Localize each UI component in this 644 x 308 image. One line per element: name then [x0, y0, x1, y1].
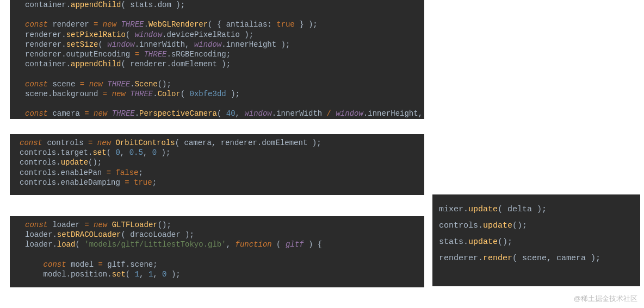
code-line: renderer.setPixelRatio( window.devicePix… — [25, 30, 419, 40]
code-line: camera.position.set( 5, 2, 8 ); — [25, 118, 419, 119]
code-line: model.position.set( 1, 1, 0 ); — [25, 269, 419, 279]
code-token: (); — [158, 221, 171, 229]
code-token — [89, 221, 94, 229]
code-token: load — [57, 240, 76, 249]
code-token: 0.5 — [129, 148, 143, 157]
code-block-2: const controls = new OrbitControls( came… — [10, 134, 424, 195]
watermark-line1: @稀土掘金技术社区 — [574, 294, 637, 304]
code-line — [25, 69, 419, 79]
code-token: 0 — [115, 148, 120, 157]
code-token: ( — [181, 90, 190, 98]
code-token: THREE — [107, 80, 130, 89]
code-token: true — [276, 20, 295, 29]
code-token: PerspectiveCamera — [139, 109, 217, 118]
code-token: , — [143, 148, 152, 157]
code-line: const loader = new GLTFLoader(); — [25, 220, 419, 230]
code-line: container.appendChild( renderer.domEleme… — [25, 59, 419, 69]
code-line — [25, 250, 419, 260]
code-token: / — [327, 109, 331, 118]
code-token: . — [66, 1, 71, 9]
code-token: appendChild — [71, 60, 121, 68]
code-token: = — [103, 90, 107, 98]
code-token: new — [89, 80, 103, 89]
code-token: .innerHeight, — [363, 109, 424, 118]
code-token: THREE — [130, 90, 153, 98]
code-token — [126, 90, 130, 98]
code-token — [107, 109, 112, 118]
code-token: const — [44, 260, 66, 269]
code-line: stats.update(); — [439, 234, 635, 250]
code-line: scene.background = new THREE.Color( 0xbf… — [25, 89, 419, 99]
code-token: ( — [272, 240, 286, 249]
code-line: const model = gltf.scene; — [25, 260, 419, 269]
code-token — [107, 90, 112, 98]
code-token: ( — [107, 148, 116, 157]
code-token: update — [468, 237, 498, 247]
code-token: ); — [226, 90, 240, 98]
code-token — [98, 20, 102, 29]
code-token: window — [194, 40, 221, 49]
code-token: . — [130, 80, 134, 89]
code-token: window — [336, 109, 363, 118]
code-token: update — [61, 158, 88, 167]
code-token: . — [153, 1, 157, 9]
code-line: const camera = new THREE.PerspectiveCame… — [25, 109, 419, 118]
code-token: , — [226, 240, 236, 249]
code-token: const — [25, 221, 48, 229]
code-token: . — [153, 90, 157, 98]
code-token: .innerWidth — [272, 109, 327, 118]
code-token: mixer. — [439, 205, 468, 214]
code-line: loader.load( 'models/gltf/LittlestTokyo.… — [25, 240, 419, 249]
code-token: container. — [25, 60, 71, 68]
code-token: ( — [98, 40, 107, 49]
code-token: controls — [42, 139, 88, 147]
code-token: function — [236, 240, 272, 249]
code-token: 0xbfe3dd — [190, 90, 226, 98]
code-token: (); — [498, 237, 512, 247]
code-line: const renderer = new THREE.WebGLRenderer… — [25, 20, 419, 29]
code-token: renderer. — [25, 40, 66, 49]
code-token: const — [25, 80, 48, 89]
code-token: ( — [126, 30, 135, 39]
code-token: = — [98, 260, 102, 269]
code-token: 0 — [162, 270, 166, 279]
code-token: ( renderer.domElement ); — [121, 60, 231, 68]
code-token: camera — [48, 109, 84, 118]
code-token: (); — [158, 80, 171, 89]
code-token: stats — [130, 1, 153, 9]
code-token — [107, 221, 112, 229]
code-token: .sRGBEncoding; — [166, 50, 231, 59]
code-token: 40 — [226, 109, 236, 118]
code-token: stats. — [439, 237, 468, 247]
code-token: const — [20, 139, 42, 147]
code-token: WebGLRenderer — [148, 20, 208, 29]
code-token: container — [25, 1, 66, 9]
code-token — [103, 80, 107, 89]
code-token: ( scene, camera ); — [512, 254, 600, 263]
code-token: ); — [171, 1, 185, 9]
code-token: update — [468, 205, 498, 214]
code-line: controls.target.set( 0, 0.5, 0 ); — [20, 148, 419, 158]
code-token — [92, 139, 97, 147]
code-token: THREE — [121, 20, 144, 29]
code-token: ; — [138, 168, 143, 177]
code-token: ( camera, renderer.domElement ); — [175, 139, 321, 147]
code-token: new — [103, 20, 116, 29]
code-token: 0 — [152, 148, 157, 157]
code-token — [89, 109, 94, 118]
code-line — [25, 99, 419, 109]
code-token: controls.enableDamping — [20, 178, 125, 187]
code-token: controls.enablePan — [20, 168, 107, 177]
code-token: new — [97, 139, 111, 147]
code-token: dom — [158, 1, 171, 9]
code-token: (); — [88, 158, 102, 167]
code-token: ( — [75, 240, 84, 249]
code-token: . — [135, 109, 139, 118]
code-token: (); — [512, 221, 527, 230]
code-line: mixer.update( delta ); — [439, 202, 635, 218]
code-token: render — [483, 254, 512, 263]
code-token: renderer — [48, 20, 94, 29]
code-token: 'models/gltf/LittlestTokyo.glb' — [84, 240, 226, 249]
code-token: Color — [158, 90, 181, 98]
code-token: THREE — [144, 50, 166, 59]
